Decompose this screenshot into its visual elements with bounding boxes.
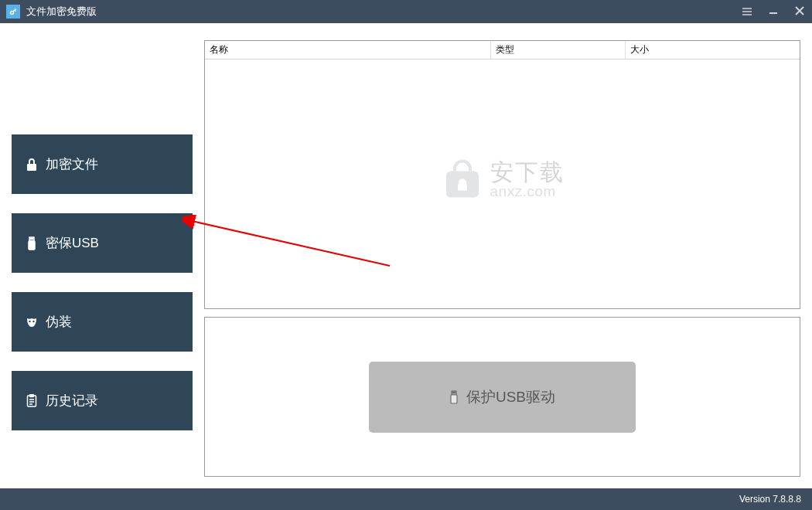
usb-icon [26,236,38,250]
window-controls [741,5,806,18]
content-area: 名称 类型 大小 安下载 anxz.com [204,23,812,488]
column-header-name[interactable]: 名称 [205,41,491,59]
close-button[interactable] [793,5,806,18]
usb-icon [449,390,459,404]
column-header-size[interactable]: 大小 [626,41,800,59]
svg-rect-13 [452,392,453,393]
main-area: 加密文件 密保USB 伪装 [0,23,812,488]
column-header-type[interactable]: 类型 [491,41,626,59]
sidebar-item-disguise[interactable]: 伪装 [12,292,193,352]
protect-usb-button[interactable]: 保护USB驱动 [369,362,636,433]
svg-rect-5 [32,238,33,240]
file-table: 名称 类型 大小 安下载 anxz.com [204,40,800,309]
lock-icon [26,158,38,171]
mask-icon [26,316,38,328]
svg-rect-3 [29,241,35,250]
version-label: Version 7.8.8.8 [739,494,801,505]
app-title: 文件加密免费版 [26,5,741,19]
svg-point-7 [32,320,34,321]
svg-rect-4 [30,238,31,240]
sidebar-item-usb-protect[interactable]: 密保USB [12,213,193,273]
svg-point-0 [11,12,14,15]
table-header: 名称 类型 大小 [205,41,800,60]
svg-rect-14 [455,392,455,393]
menu-button[interactable] [741,5,753,18]
watermark: 安下载 anxz.com [441,158,565,201]
sidebar-item-history[interactable]: 历史记录 [12,371,193,430]
svg-rect-10 [446,172,479,198]
svg-rect-9 [30,395,34,397]
svg-point-6 [29,320,30,321]
titlebar: 文件加密免费版 [0,0,812,23]
app-icon [6,5,20,19]
sidebar-item-label: 伪装 [46,313,72,331]
sidebar-item-label: 密保USB [46,234,99,252]
sidebar-item-label: 加密文件 [46,155,98,173]
sidebar-item-label: 历史记录 [46,392,98,410]
svg-rect-1 [27,164,36,171]
clipboard-icon [26,394,38,407]
minimize-button[interactable] [767,5,780,18]
svg-rect-12 [451,395,457,403]
protect-usb-label: 保护USB驱动 [466,387,555,407]
footer: Version 7.8.8.8 [0,488,812,510]
sidebar: 加密文件 密保USB 伪装 [0,23,204,488]
watermark-text-en: anxz.com [490,183,565,198]
bag-lock-icon [441,158,484,201]
action-panel: 保护USB驱动 [204,317,800,477]
watermark-text-cn: 安下载 [490,160,565,183]
sidebar-item-encrypt-file[interactable]: 加密文件 [12,134,193,194]
